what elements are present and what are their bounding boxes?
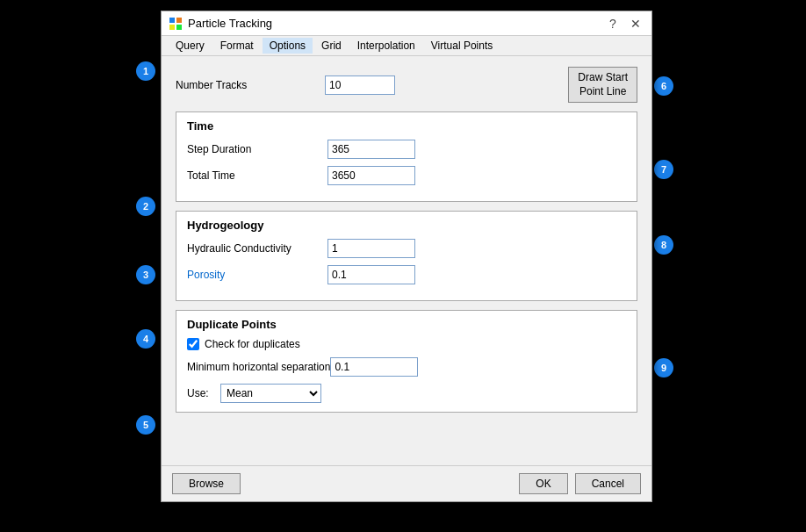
- annotation-1: 1: [136, 61, 155, 81]
- hydraulic-conductivity-row: Hydraulic Conductivity: [187, 239, 626, 258]
- dialog: Particle Tracking ? ✕ Query Format Optio…: [161, 11, 652, 502]
- menu-virtual-points[interactable]: Virtual Points: [424, 38, 500, 54]
- time-section-title: Time: [187, 119, 626, 133]
- annotation-3: 3: [136, 265, 155, 284]
- content-area: Number Tracks Draw Start Point Line Time…: [162, 56, 651, 465]
- use-select[interactable]: Mean Min Max First Last: [220, 384, 321, 403]
- help-button[interactable]: ?: [604, 15, 622, 32]
- hydraulic-conductivity-label: Hydraulic Conductivity: [187, 242, 327, 255]
- annotation-2: 2: [136, 197, 155, 216]
- bottom-bar: Browse OK Cancel: [162, 465, 651, 501]
- min-separation-row: Minimum horizontal separation: [187, 357, 626, 377]
- check-duplicates-row: Check for duplicates: [187, 338, 626, 350]
- use-row: Use: Mean Min Max First Last: [187, 384, 626, 403]
- close-button[interactable]: ✕: [627, 15, 644, 32]
- dialog-title: Particle Tracking: [188, 17, 272, 30]
- check-duplicates-checkbox[interactable]: [187, 338, 199, 350]
- hydrogeology-section-title: Hydrogeology: [187, 219, 626, 232]
- use-label: Use:: [187, 387, 213, 399]
- number-tracks-label: Number Tracks: [176, 79, 316, 91]
- svg-rect-0: [169, 18, 175, 23]
- cancel-button[interactable]: Cancel: [575, 473, 641, 494]
- duplicate-points-section: Duplicate Points Check for duplicates Mi…: [176, 310, 637, 413]
- ok-button[interactable]: OK: [519, 473, 567, 494]
- porosity-label: Porosity: [187, 269, 327, 281]
- annotation-7: 7: [654, 160, 673, 179]
- menu-format[interactable]: Format: [213, 38, 261, 54]
- annotation-8: 8: [654, 235, 673, 255]
- annotation-4: 4: [136, 329, 155, 349]
- step-duration-row: Step Duration: [187, 140, 626, 159]
- menu-options[interactable]: Options: [263, 38, 313, 54]
- menu-query[interactable]: Query: [169, 38, 212, 54]
- time-section: Time Step Duration Total Time: [176, 111, 637, 202]
- total-time-row: Total Time: [187, 166, 626, 185]
- browse-button[interactable]: Browse: [172, 473, 241, 494]
- porosity-row: Porosity: [187, 265, 626, 284]
- total-time-label: Total Time: [187, 169, 327, 182]
- menu-bar: Query Format Options Grid Interpolation …: [162, 36, 651, 56]
- step-duration-label: Step Duration: [187, 143, 327, 155]
- number-tracks-input[interactable]: [325, 75, 395, 95]
- duplicate-points-section-title: Duplicate Points: [187, 318, 626, 331]
- title-bar: Particle Tracking ? ✕: [162, 11, 651, 36]
- menu-grid[interactable]: Grid: [314, 38, 349, 54]
- check-duplicates-label: Check for duplicates: [205, 338, 300, 350]
- hydraulic-conductivity-input[interactable]: [327, 239, 415, 258]
- min-separation-label: Minimum horizontal separation: [187, 361, 330, 373]
- porosity-input[interactable]: [327, 265, 415, 284]
- annotation-9: 9: [654, 358, 673, 377]
- total-time-input[interactable]: [327, 166, 415, 185]
- annotation-6: 6: [654, 76, 673, 96]
- svg-rect-1: [176, 18, 182, 23]
- menu-interpolation[interactable]: Interpolation: [350, 38, 422, 54]
- draw-start-point-line-button[interactable]: Draw Start Point Line: [568, 67, 637, 103]
- step-duration-input[interactable]: [327, 140, 415, 159]
- top-row: Number Tracks Draw Start Point Line: [176, 67, 637, 103]
- min-separation-input[interactable]: [330, 357, 418, 377]
- svg-rect-2: [169, 25, 175, 30]
- svg-rect-3: [176, 25, 182, 30]
- app-icon: [169, 17, 183, 31]
- hydrogeology-section: Hydrogeology Hydraulic Conductivity Poro…: [176, 211, 637, 301]
- annotation-5: 5: [136, 415, 155, 435]
